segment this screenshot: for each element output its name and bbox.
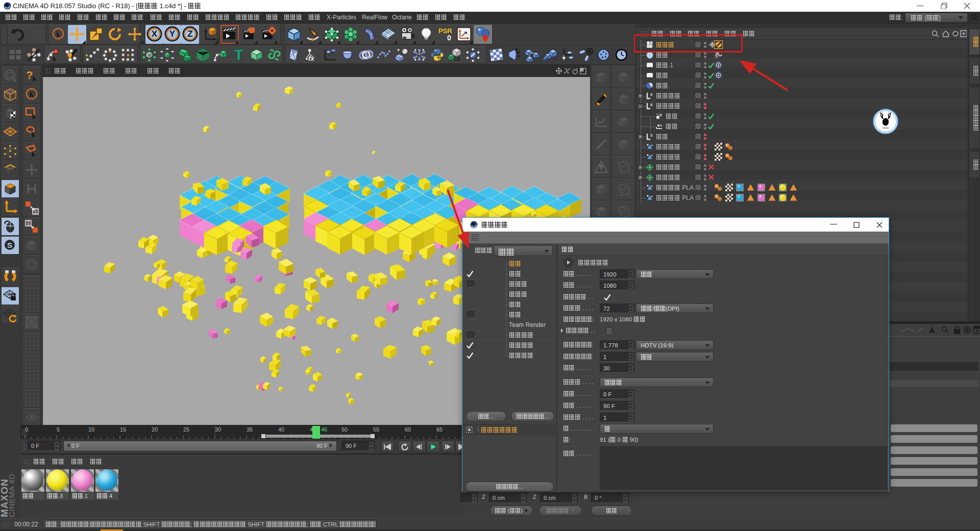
svg-text:0: 0	[447, 34, 451, 42]
svg-text:20: 20	[152, 426, 158, 433]
svg-text:40: 40	[278, 426, 284, 433]
svg-text:5: 5	[57, 426, 60, 433]
svg-text:46: 46	[321, 426, 327, 433]
svg-text:Y: Y	[169, 29, 176, 39]
svg-text:X: X	[152, 29, 158, 39]
svg-text:0: 0	[650, 103, 653, 107]
svg-text:60: 60	[405, 426, 411, 433]
svg-text:0: 0	[650, 92, 653, 97]
svg-text:fx: fx	[308, 55, 315, 62]
svg-text:10: 10	[88, 426, 94, 433]
svg-text:35: 35	[247, 426, 253, 433]
svg-text:15: 15	[120, 426, 126, 433]
svg-text:25: 25	[183, 426, 189, 433]
svg-text:Z: Z	[187, 29, 192, 39]
svg-text:55: 55	[373, 426, 379, 433]
svg-text:50: 50	[341, 426, 348, 433]
svg-text:S: S	[7, 241, 12, 249]
svg-text:0: 0	[25, 426, 28, 433]
svg-text:30: 30	[215, 426, 221, 433]
svg-text:65: 65	[436, 426, 443, 433]
svg-text:?: ?	[26, 69, 33, 82]
